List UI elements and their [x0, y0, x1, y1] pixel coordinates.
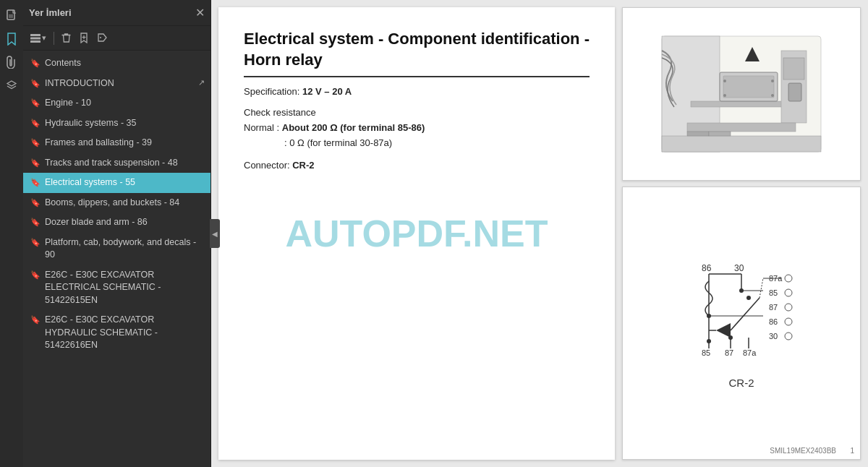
sidebar-item-label-frames: Frames and ballasting - 39 — [45, 137, 205, 150]
svg-text:86: 86 — [702, 263, 712, 273]
sidebar-item-dozer[interactable]: 🔖 Dozer blade and arm - 86 — [23, 213, 210, 233]
check-normal: Normal : About 200 Ω (for terminal 85-86… — [244, 121, 590, 136]
bookmark-icon-booms: 🔖 — [30, 197, 41, 208]
sidebar-item-label-platform: Platform, cab, bodywork, and decals - 90 — [45, 236, 205, 262]
svg-point-30 — [785, 275, 792, 282]
svg-rect-23 — [662, 136, 821, 152]
sidebar-item-platform[interactable]: 🔖 Platform, cab, bodywork, and decals - … — [23, 233, 210, 265]
check-section: Check resistance Normal : About 200 Ω (f… — [244, 107, 590, 151]
bookmark-icon-dozer: 🔖 — [30, 217, 41, 228]
document-content: Electrical system - Component identifica… — [244, 29, 590, 171]
sidebar-item-introduction[interactable]: 🔖 INTRODUCTION ↗ — [23, 74, 210, 94]
svg-text:87: 87 — [769, 303, 778, 312]
spec-value: 12 V – 20 A — [302, 86, 352, 97]
svg-rect-25 — [687, 132, 709, 136]
svg-rect-4 — [30, 37, 41, 39]
svg-point-54 — [739, 288, 744, 293]
svg-point-34 — [785, 304, 792, 311]
sidebar-header: Yer İmleri ✕ — [23, 0, 210, 26]
toolbar-separator-1 — [54, 32, 54, 45]
bookmark-icon-engine: 🔖 — [30, 98, 41, 108]
view-options-button[interactable]: ▾ — [27, 32, 49, 44]
sidebar-item-hydraulic[interactable]: 🔖 Hydraulic systems - 35 — [23, 113, 210, 134]
sidebar-title: Yer İmleri — [29, 7, 72, 18]
bookmark-icon-contents: 🔖 — [30, 58, 41, 69]
svg-point-22 — [771, 94, 774, 97]
svg-text:30: 30 — [734, 263, 744, 273]
connector-line: Connector: CR-2 — [244, 160, 590, 171]
svg-rect-11 — [691, 101, 785, 107]
sidebar-item-frames[interactable]: 🔖 Frames and ballasting - 39 — [23, 133, 210, 153]
delete-button[interactable] — [59, 31, 74, 45]
cr2-label: CR-2 — [728, 377, 754, 389]
svg-rect-16 — [788, 83, 801, 101]
svg-rect-13 — [723, 76, 774, 98]
diagrams-column: 86 30 87a 85 87 86 30 — [622, 0, 868, 467]
bookmark-icon-hydraulic: 🔖 — [30, 118, 41, 129]
cursor-indicator: ↗ — [198, 77, 205, 88]
svg-rect-24 — [687, 123, 796, 132]
svg-rect-5 — [30, 40, 41, 43]
sidebar-item-label-hydraulic: Hydraulic systems - 35 — [45, 117, 205, 130]
bookmark-icon-electrical: 🔖 — [30, 177, 41, 188]
check-zero: : 0 Ω (for terminal 30-87a) — [284, 136, 590, 151]
svg-point-20 — [723, 94, 726, 97]
bookmark-icon-e26c-elec: 🔖 — [30, 270, 41, 280]
svg-rect-15 — [783, 58, 804, 80]
sidebar-item-contents[interactable]: 🔖 Contents — [23, 53, 210, 74]
sidebar-item-label-booms: Booms, dippers, and buckets - 84 — [45, 197, 205, 210]
connector-label: Connector: — [244, 160, 290, 171]
svg-point-55 — [707, 339, 711, 343]
sidebar-item-label-introduction: INTRODUCTION — [45, 77, 191, 90]
svg-line-46 — [731, 298, 760, 330]
svg-point-53 — [707, 314, 711, 318]
sidebar-item-e26c-hyd[interactable]: 🔖 E26C - E30C EXCAVATOR HYDRAULIC SCHEMA… — [23, 310, 210, 356]
bookmark-icon[interactable] — [1, 29, 22, 49]
sidebar-item-label-e26c-elec: E26C - E30C EXCAVATOR ELECTRICAL SCHEMAT… — [45, 269, 205, 307]
sidebar-close-button[interactable]: ✕ — [195, 7, 205, 19]
check-normal-value: About 200 Ω (for terminal 85-86) — [282, 122, 425, 133]
sidebar-wrapper: Yer İmleri ✕ ▾ — [23, 0, 211, 467]
circuit-diagram: 86 30 87a 85 87 86 30 — [622, 187, 861, 460]
bookmark-tag-button[interactable] — [94, 32, 110, 45]
sidebar-item-tracks[interactable]: 🔖 Tracks and track suspension - 48 — [23, 153, 210, 173]
svg-point-32 — [785, 289, 792, 296]
paperclip-icon[interactable] — [1, 52, 22, 72]
svg-text:87: 87 — [725, 348, 733, 357]
svg-rect-26 — [709, 132, 731, 136]
sidebar-toolbar: ▾ — [23, 26, 210, 51]
sidebar-item-electrical[interactable]: 🔖 Electrical systems - 55 — [23, 173, 210, 193]
svg-text:85: 85 — [769, 288, 778, 297]
svg-point-8 — [100, 37, 101, 38]
svg-text:87a: 87a — [743, 348, 757, 357]
connector-value: CR-2 — [292, 160, 314, 171]
layers-icon[interactable] — [1, 75, 22, 95]
bookmark-icon-tracks: 🔖 — [30, 158, 41, 168]
sidebar-item-engine[interactable]: 🔖 Engine - 10 — [23, 93, 210, 113]
specification-line: Specification: 12 V – 20 A — [244, 86, 590, 97]
sidebar: Yer İmleri ✕ ▾ — [23, 0, 211, 467]
spec-label: Specification: — [244, 86, 299, 97]
bookmark-add-button[interactable] — [77, 31, 91, 45]
svg-text:30: 30 — [769, 332, 778, 340]
svg-point-57 — [746, 296, 751, 300]
watermark: AUTOPDF.NET — [285, 212, 548, 255]
svg-line-58 — [760, 278, 763, 298]
svg-point-21 — [771, 80, 774, 82]
sidebar-item-label-electrical: Electrical systems - 55 — [45, 176, 205, 189]
sidebar-item-label-dozer: Dozer blade and arm - 86 — [45, 216, 205, 229]
bookmark-icon-e26c-hyd: 🔖 — [30, 314, 41, 325]
page-icon[interactable] — [1, 6, 22, 26]
svg-point-19 — [723, 80, 726, 82]
smil-reference: SMIL19MEX2403BB 1 — [770, 447, 854, 455]
sidebar-item-e26c-elec[interactable]: 🔖 E26C - E30C EXCAVATOR ELECTRICAL SCHEM… — [23, 265, 210, 311]
svg-point-56 — [728, 335, 733, 340]
main-content: AUTOPDF.NET Electrical system - Componen… — [211, 0, 868, 467]
svg-text:86: 86 — [769, 317, 778, 326]
check-title: Check resistance — [244, 107, 590, 118]
sidebar-item-booms[interactable]: 🔖 Booms, dippers, and buckets - 84 — [23, 193, 210, 213]
left-toolbar — [0, 0, 23, 467]
sidebar-collapse-button[interactable]: ◀ — [210, 219, 220, 248]
svg-marker-44 — [716, 323, 731, 338]
document-page: AUTOPDF.NET Electrical system - Componen… — [218, 7, 615, 460]
